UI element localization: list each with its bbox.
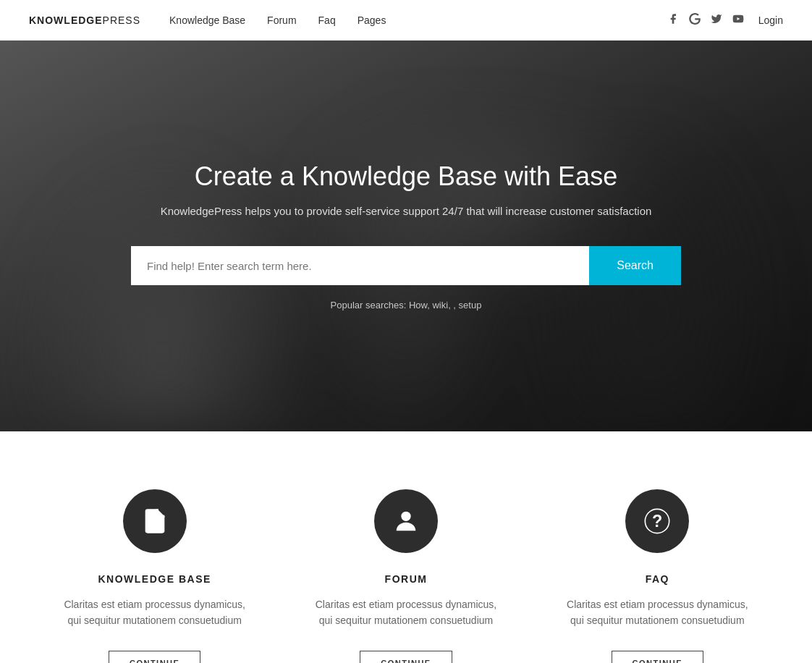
- nav-faq[interactable]: Faq: [318, 14, 336, 26]
- faq-card-title: FAQ: [646, 573, 669, 585]
- knowledge-base-continue-button[interactable]: CONTINUE: [109, 651, 200, 663]
- hero-title: Create a Knowledge Base with Ease: [14, 161, 798, 192]
- twitter-icon[interactable]: [711, 13, 722, 28]
- nav-forum[interactable]: Forum: [267, 14, 296, 26]
- faq-card: ? FAQ Claritas est etiam processus dynam…: [532, 489, 783, 663]
- nav-knowledge-base[interactable]: Knowledge Base: [169, 14, 245, 26]
- knowledge-base-card: KNOWLEDGE BASE Claritas est etiam proces…: [29, 489, 280, 663]
- forum-card-desc: Claritas est etiam processus dynamicus, …: [309, 596, 502, 629]
- popular-searches: Popular searches: How, wiki, , setup: [14, 300, 798, 311]
- navigation: KNOWLEDGEPRESS Knowledge Base Forum Faq …: [0, 0, 812, 41]
- faq-continue-button[interactable]: CONTINUE: [612, 651, 703, 663]
- forum-card-title: FORUM: [385, 573, 428, 585]
- svg-point-3: [401, 512, 410, 521]
- hero-content: Create a Knowledge Base with Ease Knowle…: [0, 161, 812, 311]
- faq-icon-circle: ?: [625, 489, 689, 553]
- search-bar: Search: [131, 246, 681, 285]
- faq-card-desc: Claritas est etiam processus dynamicus, …: [561, 596, 754, 629]
- cards-section: KNOWLEDGE BASE Claritas est etiam proces…: [0, 431, 812, 663]
- hero-section: Create a Knowledge Base with Ease Knowle…: [0, 41, 812, 431]
- forum-card: FORUM Claritas est etiam processus dynam…: [280, 489, 531, 663]
- search-input[interactable]: [131, 246, 589, 285]
- search-button[interactable]: Search: [589, 246, 681, 285]
- nav-pages[interactable]: Pages: [358, 14, 386, 26]
- facebook-icon[interactable]: [667, 13, 679, 28]
- forum-icon-circle: [374, 489, 438, 553]
- knowledge-base-card-title: KNOWLEDGE BASE: [98, 573, 211, 585]
- svg-text:?: ?: [652, 512, 662, 531]
- hero-subtitle: KnowledgePress helps you to provide self…: [14, 205, 798, 217]
- nav-links: Knowledge Base Forum Faq Pages: [169, 14, 667, 26]
- knowledge-base-card-desc: Claritas est etiam processus dynamicus, …: [58, 596, 251, 629]
- youtube-icon[interactable]: [732, 13, 744, 28]
- document-icon: [140, 507, 169, 536]
- google-plus-icon[interactable]: [689, 13, 701, 28]
- logo[interactable]: KNOWLEDGEPRESS: [29, 14, 140, 26]
- question-icon: ?: [643, 507, 672, 536]
- knowledge-base-icon-circle: [123, 489, 187, 553]
- social-links: [667, 13, 744, 28]
- login-button[interactable]: Login: [758, 14, 783, 26]
- cards-container: KNOWLEDGE BASE Claritas est etiam proces…: [29, 489, 783, 663]
- person-icon: [392, 507, 420, 536]
- forum-continue-button[interactable]: CONTINUE: [360, 651, 452, 663]
